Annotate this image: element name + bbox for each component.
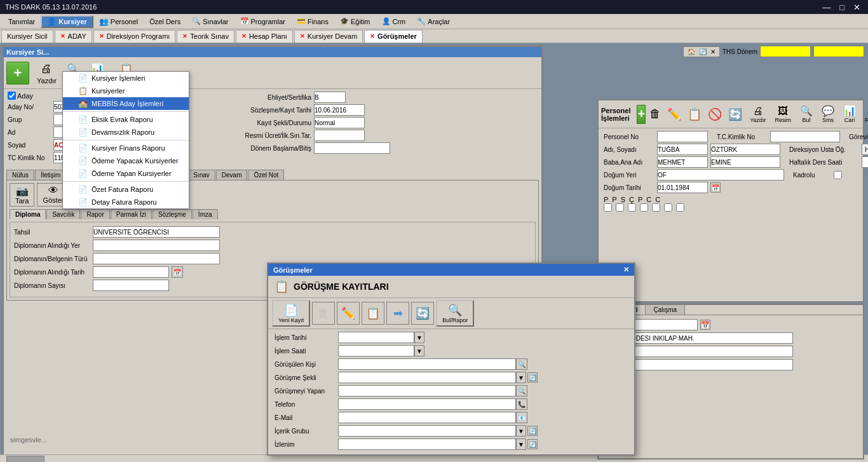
personnel-resim-btn[interactable]: 🖼 Resim <box>771 105 796 124</box>
personnel-cari-btn[interactable]: 📊 Cari <box>839 104 860 124</box>
tab-aday-close-icon[interactable]: ✕ <box>60 33 65 39</box>
haftalik-input[interactable] <box>862 156 868 168</box>
dd-eksik-evrak[interactable]: 📄 Eksik Evrak Raporu <box>63 113 189 126</box>
p1-checkbox[interactable] <box>604 203 612 212</box>
close-button[interactable]: ✕ <box>851 3 863 12</box>
personel-no-input[interactable] <box>657 131 708 142</box>
personnel-bul-btn[interactable]: 🔍 Bul <box>796 104 817 124</box>
gorusmeyi-yapan-search-btn[interactable]: 🔍 <box>516 385 527 397</box>
yazdir-button[interactable]: 🖨 Yazdır <box>33 60 60 86</box>
gorushme-copy-btn[interactable]: 📋 <box>362 302 384 325</box>
baba-input[interactable] <box>657 156 708 168</box>
sozlesme-input[interactable] <box>314 104 365 116</box>
menu-finans[interactable]: 💳 Finans <box>291 15 334 27</box>
menu-personel[interactable]: 👥 Personel <box>93 15 144 28</box>
tc-kimlik-input[interactable] <box>770 131 840 142</box>
inner-tab-sinav[interactable]: Sınav <box>187 170 215 180</box>
dd-odeme-yapan[interactable]: 📄 Ödeme Yapan Kursiyerler <box>63 167 189 180</box>
subtab-rapor[interactable]: Rapor <box>81 209 109 219</box>
email-input[interactable] <box>338 412 516 423</box>
menu-crm[interactable]: 👤 Crm <box>376 15 412 27</box>
tarihi-input[interactable] <box>93 266 169 278</box>
aday-checkbox[interactable] <box>8 92 16 100</box>
personnel-program-btn[interactable]: 📅 Program <box>861 104 868 124</box>
tab-hesap-close-icon[interactable]: ✕ <box>241 33 247 39</box>
menu-egitim[interactable]: 🎓 Eğitim <box>334 15 376 27</box>
kayit-sekli-input[interactable] <box>314 117 365 128</box>
gorushme-sekli-input[interactable] <box>338 372 516 383</box>
tara-button[interactable]: 📷 Tara <box>10 183 34 207</box>
dd-devamsizlik[interactable]: 📄 Devamsızlık Raporu <box>63 126 189 139</box>
c2-checkbox[interactable] <box>664 203 672 212</box>
p3-checkbox[interactable] <box>652 203 660 212</box>
dd-kursiyerler[interactable]: 📋 Kursiyerler <box>63 85 189 97</box>
personnel-delete-btn[interactable]: 🗑 <box>647 107 663 121</box>
personnel-discard-btn[interactable]: 🚫 <box>705 107 724 122</box>
tab-kursiyer-sicil[interactable]: Kursiyer Sicil <box>1 30 53 43</box>
tab-gorusmeler[interactable]: ✕ Görüşmeler <box>364 30 423 43</box>
dd-ozet-fatura[interactable]: 📄 Özet Fatura Raporu <box>63 183 189 196</box>
subtab-imza[interactable]: İmza <box>193 209 218 219</box>
subtab-sozlesme[interactable]: Sözleşme <box>153 209 192 219</box>
icerik-grubu-refresh-btn[interactable]: 🔄 <box>527 426 538 436</box>
tab-teorik-close-icon[interactable]: ✕ <box>182 33 187 39</box>
dogum-tarihi-input[interactable] <box>657 182 708 193</box>
alinan-yer-input[interactable] <box>93 240 220 251</box>
tab-hesap[interactable]: ✕ Hesap Planı <box>236 30 293 43</box>
dogum-tarihi-calendar-btn[interactable]: 📅 <box>710 182 721 193</box>
personnel-edit-btn[interactable]: ✏️ <box>665 107 684 122</box>
gorushme-refresh-btn[interactable]: 🔄 <box>411 302 434 325</box>
islem-tarihi-arrow[interactable]: ▼ <box>414 332 424 343</box>
inner-tab-devam[interactable]: Devam <box>216 170 248 180</box>
ehliyet-input[interactable] <box>314 92 346 103</box>
ths-donem-input2[interactable] <box>813 46 864 57</box>
personnel-new-btn[interactable]: + <box>637 105 646 124</box>
menu-ozelders[interactable]: Özel Ders <box>144 16 186 27</box>
gorushme-nav1-btn[interactable]: ➡ <box>386 302 409 325</box>
menu-sinavlar[interactable]: 🔍 Sınavlar <box>186 15 234 27</box>
icerik-grubu-arrow[interactable]: ▼ <box>516 425 526 437</box>
tab-teorik[interactable]: ✕ Teorik Sınav <box>177 30 234 43</box>
menu-kursiyer[interactable]: 👤 Kursiyer <box>41 15 93 28</box>
gorusmeyi-yapan-input[interactable] <box>338 385 516 397</box>
personnel-refresh-btn[interactable]: 🔄 <box>726 107 745 122</box>
adi-input[interactable] <box>657 144 708 155</box>
subtab-savcilik[interactable]: Savcılık <box>46 209 80 219</box>
personnel-sms-btn[interactable]: 💬 Sms <box>818 104 838 124</box>
menu-araclar[interactable]: 🔧 Araçlar <box>411 15 456 27</box>
tahsil-input[interactable] <box>93 226 220 238</box>
islem-tarihi-input[interactable] <box>338 332 414 343</box>
sayisi-input[interactable] <box>93 280 169 291</box>
ana-input[interactable] <box>710 156 780 168</box>
tab-direksiyon-close-icon[interactable]: ✕ <box>99 33 104 39</box>
maximize-button[interactable]: □ <box>837 3 847 12</box>
dd-detay-fatura[interactable]: 📄 Detay Fatura Raporu <box>63 196 189 208</box>
izlenim-input[interactable] <box>338 438 516 450</box>
direksiyon-select[interactable]: HAYIR <box>862 144 868 155</box>
donem-input[interactable] <box>314 142 390 154</box>
gorushme-edit-btn[interactable]: ✏️ <box>337 302 360 325</box>
tarihi-calendar-btn[interactable]: 📅 <box>172 266 183 278</box>
tab-gorusmeler-close-icon[interactable]: ✕ <box>370 33 375 39</box>
icerik-grubu-input[interactable] <box>338 425 516 437</box>
minimize-button[interactable]: — <box>820 3 833 12</box>
inner-tab-nufus[interactable]: Nüfus <box>6 170 34 180</box>
islem-saati-input[interactable] <box>338 345 414 357</box>
personnel-yazdir-btn[interactable]: 🖨 Yazdır <box>746 105 770 124</box>
tab-direksiyon[interactable]: ✕ Direksiyon Programı <box>93 30 176 43</box>
p2-checkbox[interactable] <box>616 203 624 212</box>
menu-tanimlar[interactable]: Tanımlar <box>3 16 41 27</box>
gorusulen-kisi-search-btn[interactable]: 🔍 <box>516 358 527 370</box>
inner-tab-ozel-not[interactable]: Özel Not <box>248 170 284 180</box>
islem-saati-arrow[interactable]: ▼ <box>414 345 424 357</box>
new-record-button[interactable]: + <box>6 62 29 85</box>
menu-programlar[interactable]: 📅 Programlar <box>234 15 291 27</box>
dd-odeme-yapacak[interactable]: 📄 Ödeme Yapacak Kursiyerler <box>63 154 189 167</box>
turu-input[interactable] <box>93 253 220 264</box>
telefon-input[interactable] <box>338 398 516 410</box>
contact-tab-calisma[interactable]: Çalışma <box>646 305 685 315</box>
tab-aday[interactable]: ✕ ADAY <box>55 30 92 43</box>
dogum-yeri-input[interactable] <box>657 169 784 180</box>
telefon-action-btn[interactable]: 📞 <box>516 398 527 410</box>
tab-kursiyer-devam-close-icon[interactable]: ✕ <box>300 33 305 39</box>
